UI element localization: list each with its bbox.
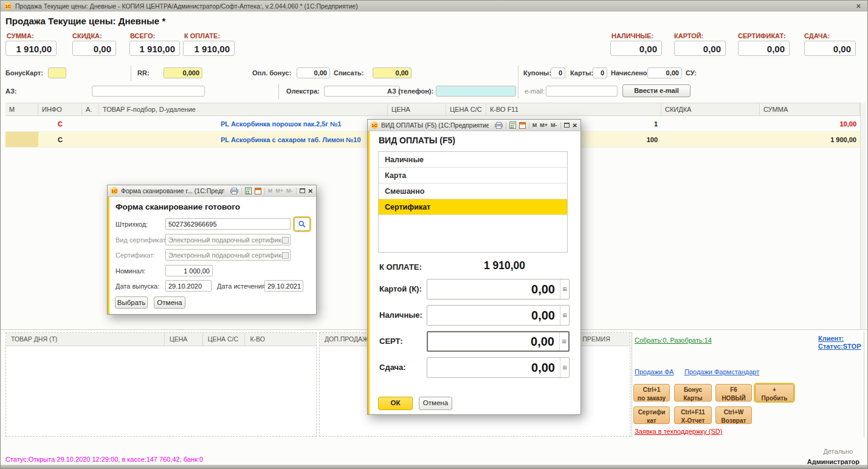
email-field[interactable] <box>546 86 618 97</box>
dialog-title: Форма сканирование г... (1С:Предприятие) <box>121 187 224 194</box>
calculator-icon[interactable] <box>245 187 252 194</box>
window-close-icon[interactable]: ✕ <box>853 2 864 10</box>
new-button[interactable]: F6 НОВЫЙ <box>715 384 752 402</box>
discount-label: СКИДКА: <box>72 32 102 39</box>
m-plus-button[interactable]: M+ <box>275 188 283 194</box>
product-name-link[interactable]: PL Аскорбинка порошок пак.2,5г №1 <box>99 120 388 128</box>
probit-button[interactable]: + Пробить <box>755 384 794 402</box>
m-cell <box>5 132 38 147</box>
maximize-icon[interactable] <box>564 123 570 128</box>
rr-label: RR: <box>137 69 150 77</box>
m-minus-button[interactable]: M- <box>286 188 293 194</box>
product-name-link[interactable]: PL Аскорбинка с сахаром таб. Лимон №10 <box>99 136 388 143</box>
print-icon[interactable] <box>495 122 503 129</box>
certificate-value[interactable]: 0,00 <box>738 41 790 56</box>
select-button[interactable]: Выбрать <box>115 296 148 309</box>
prodazhi-fa-link[interactable]: Продажи ФА <box>635 368 673 375</box>
az-phone-label: АЗ (телефон): <box>387 87 433 95</box>
return-button[interactable]: Ctrl+W Возврат <box>715 406 752 424</box>
button-line: Карты <box>675 394 711 403</box>
dialog-titlebar[interactable]: 1С ВИД ОПЛАТЫ (F5) (1С:Предприятие) M M+… <box>368 120 580 131</box>
ok-button[interactable]: ОК <box>378 397 413 410</box>
cert-label: Сертификат: <box>115 252 155 259</box>
barcode-field[interactable]: 5027362966695 <box>165 218 291 230</box>
calculator-button[interactable]: ⊞ <box>559 332 568 351</box>
kupony-field[interactable]: 0 <box>551 67 565 78</box>
sum-value[interactable]: 1 910,00 <box>5 41 57 56</box>
button-line: Ctrl+W <box>716 408 751 417</box>
m-minus-button[interactable]: M- <box>551 122 557 128</box>
payment-option-cash[interactable]: Наличные <box>379 152 567 168</box>
nominal-field[interactable]: 1 000,00 <box>165 265 213 276</box>
discount-value[interactable]: 0,00 <box>72 41 116 56</box>
karty-field[interactable]: 0 <box>593 67 607 78</box>
rr-field[interactable]: 0,000 <box>164 67 202 78</box>
dialog-body: Форма сканирование готового Штрихкод: 50… <box>108 197 316 314</box>
sert-amount-value: 0,00 <box>428 335 559 349</box>
close-icon[interactable]: ✕ <box>308 188 313 194</box>
button-line: Ctrl+1 <box>634 386 669 394</box>
barcode-search-button[interactable] <box>294 217 310 231</box>
m-plus-button[interactable]: M+ <box>540 122 548 128</box>
cancel-button[interactable]: Отмена <box>419 397 452 410</box>
az-phone-field[interactable] <box>436 86 516 97</box>
calendar-icon[interactable] <box>519 122 526 129</box>
klient-link[interactable]: Клиент: <box>818 335 844 342</box>
calculator-button[interactable]: ⊞ <box>560 279 569 299</box>
detail-link[interactable]: Детально <box>823 448 853 455</box>
cert-value: Электронный подарочный сертификат <box>168 252 288 259</box>
change-amount-label: Сдача: <box>379 363 406 372</box>
m-button[interactable]: M <box>532 122 537 128</box>
dialog-titlebar[interactable]: 1С Форма сканирование г... (1С:Предприят… <box>108 185 316 197</box>
nachisleno-field[interactable]: 0,00 <box>647 67 682 78</box>
maximize-icon[interactable] <box>300 188 305 193</box>
payment-option-certificate-selected[interactable]: Сертификат <box>379 199 567 215</box>
change-amount-field[interactable]: 0,00 ⊞ <box>427 357 570 378</box>
close-icon[interactable]: ✕ <box>573 122 577 129</box>
x-report-button[interactable]: Ctrl+F11 X-Отчет <box>674 406 712 424</box>
column-header-day-price: ЦЕНА <box>165 333 203 346</box>
cash-amount-field[interactable]: 0,00 ⊞ <box>427 305 570 326</box>
client-status-link[interactable]: Статус:STOP <box>818 343 861 350</box>
vertical-scrollbar[interactable] <box>860 103 866 329</box>
az-field[interactable] <box>92 86 205 97</box>
print-icon[interactable] <box>230 188 238 194</box>
button-line: Пробить <box>756 394 793 403</box>
spisat-field[interactable]: 0,00 <box>373 67 412 78</box>
window-bottom-frame <box>1 465 867 468</box>
button-line: + <box>756 386 793 394</box>
issue-date-field[interactable]: 29.10.2020 <box>165 280 212 292</box>
opl-bonus-field[interactable]: 0,00 <box>297 67 330 78</box>
cash-value[interactable]: 0,00 <box>610 41 662 56</box>
enter-email-button[interactable]: Ввести e-mail <box>622 84 691 97</box>
card-amount-field[interactable]: 0,00 ⊞ <box>427 279 570 300</box>
support-request-link[interactable]: Заявка в техподдержку (SD) <box>635 428 722 435</box>
bonus-cards-button[interactable]: Бонус Карты <box>674 384 712 402</box>
topay-value[interactable]: 1 910,00 <box>183 41 235 56</box>
topay-label: К ОПЛАТЕ: <box>379 262 422 272</box>
calendar-icon[interactable] <box>255 187 261 194</box>
calculator-button[interactable]: ⊞ <box>560 306 569 325</box>
prodazhi-farmstandart-link[interactable]: Продажи Фармстандарт <box>684 368 759 375</box>
icon-separator <box>506 122 506 129</box>
window-titlebar[interactable]: 1С Продажа Текущие цены: Дневные - КОПИЯ… <box>1 1 867 12</box>
choose-icon <box>282 237 289 244</box>
expire-date-field[interactable]: 29.10.2021 <box>264 280 303 292</box>
payment-option-mixed[interactable]: Смешанно <box>379 183 567 199</box>
bonus-card-field[interactable] <box>48 67 66 78</box>
payment-option-card[interactable]: Карта <box>379 168 567 183</box>
m-button[interactable]: M <box>268 188 273 194</box>
card-value[interactable]: 0,00 <box>674 41 726 56</box>
dialog-heading: ВИД ОПЛАТЫ (F5) <box>379 135 455 145</box>
change-value[interactable]: 0,00 <box>804 41 856 56</box>
total-value[interactable]: 1 910,00 <box>129 41 180 56</box>
topay-label: К ОПЛАТЕ: <box>184 32 220 39</box>
sert-amount-field-focused[interactable]: 0,00 ⊞ <box>427 331 570 352</box>
calculator-button[interactable]: ⊞ <box>560 358 569 377</box>
bonus-card-label: БонусКарт: <box>5 69 43 77</box>
calculator-icon[interactable] <box>509 122 516 129</box>
sobrat-link[interactable]: Собрать:0, Разобрать:14 <box>635 337 712 344</box>
certificate-button[interactable]: Сертифи кат <box>633 406 670 424</box>
cancel-button[interactable]: Отмена <box>154 296 185 309</box>
order-button[interactable]: Ctrl+1 по заказу <box>633 384 670 402</box>
